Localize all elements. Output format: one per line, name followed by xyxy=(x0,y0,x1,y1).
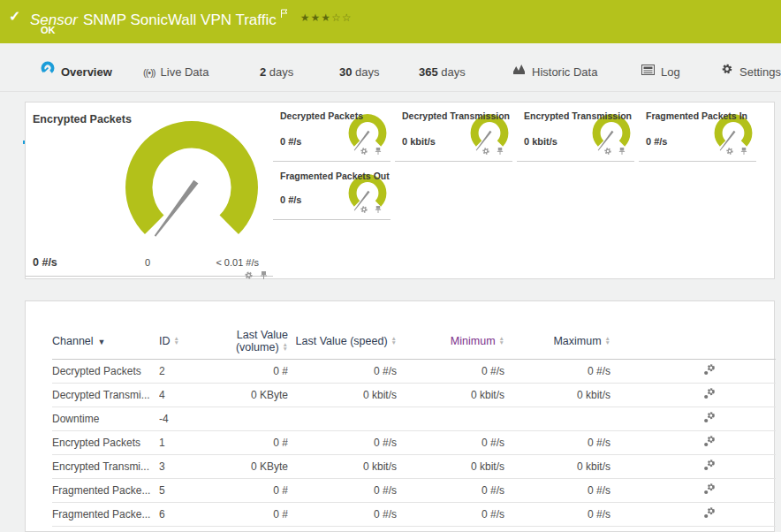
channel-settings-icon[interactable] xyxy=(702,506,716,520)
channel-name[interactable]: Encrypted Transmi... xyxy=(52,454,159,478)
gauge-tile-encrypted-packets[interactable]: Encrypted Packets 0 #/s 0 < 0.01 #/s xyxy=(26,103,273,277)
gauge-tile-encrypted-transmission[interactable]: Encrypted Transmission 0 kbit/s xyxy=(517,107,634,162)
table-header-row: Channel▼ ID▲▼ Last Value (volume)▲▼ Last… xyxy=(52,323,776,359)
tab-label: days xyxy=(355,65,379,79)
flag-icon[interactable] xyxy=(280,5,288,22)
page-title: SNMP SonicWall VPN Traffic xyxy=(83,11,277,28)
channel-name[interactable]: Decrypted Packets xyxy=(52,359,159,383)
column-header-channel[interactable]: Channel▼ xyxy=(52,323,159,359)
table-row[interactable]: Encrypted Transmi... 3 0 KByte 0 kbit/s … xyxy=(52,454,776,478)
tab-number: 30 xyxy=(339,65,352,79)
tab-log[interactable]: Log xyxy=(641,55,680,92)
channel-name[interactable]: Encrypted Packets xyxy=(52,430,159,454)
gauge-tile-fragmented-packets-out[interactable]: Fragmented Packets Out 0 #/s xyxy=(273,167,390,220)
channel-id: 2 xyxy=(159,359,201,383)
tab-label: Overview xyxy=(61,65,112,79)
tab-overview[interactable]: Overview xyxy=(41,55,112,92)
tab-2-days[interactable]: 2 days xyxy=(260,55,293,92)
channel-name[interactable]: Downtime xyxy=(52,407,159,430)
tab-live-data[interactable]: ((•))Live Data xyxy=(143,55,209,92)
column-header-id[interactable]: ID▲▼ xyxy=(159,323,201,359)
column-header-maximum[interactable]: Maximum▲▼ xyxy=(504,323,610,359)
last-value-speed: 0 kbit/s xyxy=(288,454,397,478)
channel-name[interactable]: Fragmented Packe... xyxy=(52,478,159,502)
column-header-actions xyxy=(610,323,776,359)
table-row[interactable]: Fragmented Packe... 5 0 # 0 #/s 0 #/s 0 … xyxy=(52,478,776,502)
status-badge: OK xyxy=(41,25,56,35)
tab-label: days xyxy=(441,65,465,79)
gauge-dial xyxy=(125,120,259,241)
maximum-value: 0 #/s xyxy=(504,359,610,383)
sort-desc-icon: ▼ xyxy=(98,338,106,346)
column-header-last-value-speed[interactable]: Last Value (speed)▲▼ xyxy=(288,323,397,359)
log-list-icon xyxy=(641,54,655,89)
minimum-value: 0 #/s xyxy=(397,502,504,526)
gauge-current-value: 0 #/s xyxy=(280,136,301,147)
table-row[interactable]: Decrypted Packets 2 0 # 0 #/s 0 #/s 0 #/… xyxy=(52,359,776,383)
last-value-speed: 0 #/s xyxy=(288,478,397,502)
gauge-tile-fragmented-packets-in[interactable]: Fragmented Packets In 0 #/s xyxy=(639,107,756,162)
priority-stars[interactable]: ★★★☆☆ xyxy=(300,11,353,24)
last-value-volume: 0 KByte xyxy=(201,454,288,478)
last-value-volume: 0 # xyxy=(201,502,288,526)
channel-settings-icon[interactable] xyxy=(702,483,716,496)
gauge-current-value: 0 kbit/s xyxy=(524,136,557,147)
pin-icon[interactable] xyxy=(260,270,268,280)
gear-icon[interactable] xyxy=(244,270,254,280)
tab-number: 2 xyxy=(260,65,266,79)
gauge-scale-min: 0 xyxy=(145,257,150,268)
sort-icon: ▲▼ xyxy=(283,342,288,351)
sort-icon: ▲▼ xyxy=(499,336,504,345)
ok-check-icon: ✓ xyxy=(9,8,20,25)
tab-365-days[interactable]: 365 days xyxy=(419,55,466,92)
last-value-speed xyxy=(288,407,397,430)
gauge-title: Encrypted Transmission xyxy=(524,110,632,121)
channel-settings-icon[interactable] xyxy=(702,363,716,376)
channel-table-panel: Channel▼ ID▲▼ Last Value (volume)▲▼ Last… xyxy=(25,300,775,532)
gauge-tile-decrypted-transmission[interactable]: Decrypted Transmission 0 kbit/s xyxy=(395,107,512,162)
last-value-volume: 0 # xyxy=(201,430,288,454)
sort-icon: ▲▼ xyxy=(174,336,179,345)
column-header-minimum[interactable]: Minimum▲▼ xyxy=(397,323,504,359)
area-chart-icon xyxy=(512,54,526,89)
tab-settings[interactable]: Settings xyxy=(721,55,781,92)
table-row[interactable]: Decrypted Transmi... 4 0 KByte 0 kbit/s … xyxy=(52,383,776,407)
stars-filled: ★★★ xyxy=(300,11,331,24)
channel-id: -4 xyxy=(159,407,201,430)
column-header-last-value-volume[interactable]: Last Value (volume)▲▼ xyxy=(201,323,288,359)
tab-label: Settings xyxy=(739,65,781,79)
channel-settings-icon[interactable] xyxy=(702,435,716,448)
tab-label: Historic Data xyxy=(532,65,597,79)
last-value-volume xyxy=(201,407,288,430)
tab-historic-data[interactable]: Historic Data xyxy=(512,55,597,92)
sort-icon: ▲▼ xyxy=(391,336,397,345)
minimum-value xyxy=(397,407,504,430)
maximum-value: 0 kbit/s xyxy=(504,383,610,407)
gauge-tile-decrypted-packets[interactable]: Decrypted Packets 0 #/s xyxy=(273,107,390,162)
last-value-volume: 0 KByte xyxy=(201,383,288,407)
tab-30-days[interactable]: 30 days xyxy=(339,55,380,92)
channel-name[interactable]: Fragmented Packe... xyxy=(52,502,159,526)
broadcast-icon: ((•)) xyxy=(143,67,155,78)
tab-label: Live Data xyxy=(161,65,209,79)
tab-number: 365 xyxy=(419,65,438,79)
stars-empty: ☆☆ xyxy=(331,11,353,24)
channel-id: 4 xyxy=(159,383,201,407)
last-value-speed: 0 #/s xyxy=(288,502,397,526)
gear-icon xyxy=(721,54,733,89)
last-value-volume: 0 # xyxy=(201,478,288,502)
minimum-value: 0 #/s xyxy=(397,359,504,383)
table-row[interactable]: Downtime -4 xyxy=(52,407,776,430)
channel-name[interactable]: Decrypted Transmi... xyxy=(52,383,159,407)
gauge-current-value: 0 #/s xyxy=(280,194,301,205)
gauge-title: Fragmented Packets In xyxy=(646,110,747,121)
channel-settings-icon[interactable] xyxy=(702,411,716,424)
last-value-speed: 0 kbit/s xyxy=(288,383,397,407)
channel-id: 6 xyxy=(159,502,201,526)
table-row[interactable]: Fragmented Packe... 6 0 # 0 #/s 0 #/s 0 … xyxy=(52,502,776,526)
channel-settings-icon[interactable] xyxy=(702,459,716,472)
gauge-current-value: 0 kbit/s xyxy=(402,136,436,147)
channel-settings-icon[interactable] xyxy=(702,387,716,400)
sensor-title-line: SensorSNMP SonicWall VPN Traffic★★★☆☆ xyxy=(30,5,353,29)
table-row[interactable]: Encrypted Packets 1 0 # 0 #/s 0 #/s 0 #/… xyxy=(52,430,776,454)
